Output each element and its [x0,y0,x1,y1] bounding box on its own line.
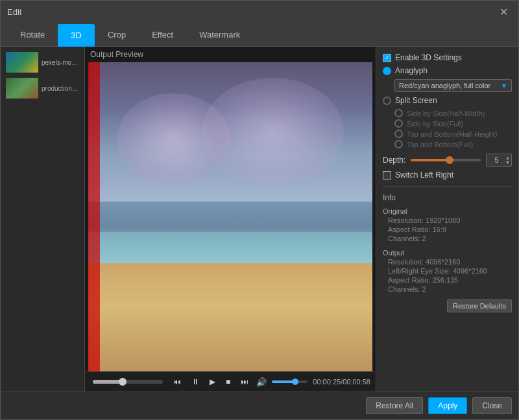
red-side-bar [88,62,100,371]
depth-value: 5 [488,156,505,164]
tab-crop[interactable]: Crop [95,23,139,46]
close-window-button[interactable]: ✕ [496,5,512,19]
window-title: Edit [7,7,21,17]
play-button[interactable]: ▶ [207,376,218,388]
out-resolution: Resolution: 4096*2160 [383,258,512,266]
file-list: pexels-movie... production_id... [1,47,85,391]
split-screen-row: Split Screen [383,96,512,105]
anaglyph-dropdown-row: Red/cyan anaglyph, full color ▼ [394,79,512,92]
video-container [88,62,372,371]
apply-button[interactable]: Apply [428,397,467,414]
file-thumbnail [6,78,38,99]
orig-resolution: Resolution: 1920*1080 [383,216,512,224]
stop-button[interactable]: ■ [223,376,233,388]
edit-window: Edit ✕ Rotate 3D Crop Effect Watermark p… [0,0,519,420]
anaglyph-radio[interactable] [383,67,391,75]
progress-thumb[interactable] [119,378,127,386]
skip-next-button[interactable]: ⏭ [238,376,251,388]
volume-bar[interactable] [272,380,308,383]
depth-slider-fill [411,159,449,161]
side-by-side-half-row: Side by Side(Half-Width) [394,109,512,117]
tab-bar: Rotate 3D Crop Effect Watermark [1,23,518,47]
right-panel: Enable 3D Settings Anaglyph Red/cyan ana… [376,47,518,391]
video-frame [88,62,372,371]
switch-lr-row: Switch Left Right [383,170,512,180]
side-by-side-full-label: Side by Side(Full) [407,120,463,128]
out-aspect: Aspect Ratio: 256:135 [383,276,512,284]
close-button[interactable]: Close [472,397,512,414]
orig-channels: Channels: 2 [383,235,512,242]
spinbox-arrows: ▲ ▼ [505,156,510,165]
enable-3d-checkbox[interactable] [383,54,391,62]
spinbox-down-icon[interactable]: ▼ [505,160,510,165]
skip-back-button[interactable]: ⏮ [171,376,184,388]
anaglyph-selected: Red/cyan anaglyph, full color [399,82,490,89]
depth-spinbox[interactable]: 5 ▲ ▼ [486,154,512,167]
split-screen-label: Split Screen [395,96,437,105]
side-by-side-full-radio[interactable] [394,119,403,128]
original-title: Original [383,207,512,215]
tab-rotate[interactable]: Rotate [7,23,58,46]
playback-controls: ⏮ ⏸ ▶ ■ ⏭ 🔊 00:00:25/00:00:58 [85,371,376,391]
enable-3d-label: Enable 3D Settings [395,53,462,62]
restore-defaults-button[interactable]: Restore Defaults [447,299,512,312]
anaglyph-row: Anaglyph [383,66,512,75]
info-section: Info Original Resolution: 1920*1080 Aspe… [383,193,512,293]
file-name: pexels-movie... [42,59,79,66]
out-eye-size: Left/Right Eye Size: 4096*2160 [383,267,512,275]
divider [383,186,512,187]
info-title: Info [383,193,512,202]
time-display: 00:00:25/00:00:58 [313,378,370,386]
switch-lr-label: Switch Left Right [395,170,453,180]
side-by-side-half-radio[interactable] [394,109,403,117]
top-bottom-half-row: Top and Bottom(Half-Height) [394,130,512,138]
video-area: Output Preview [85,47,376,391]
anaglyph-label: Anaglyph [395,66,428,75]
side-by-side-full-row: Side by Side(Full) [394,119,512,128]
tab-effect[interactable]: Effect [139,23,186,46]
enable-3d-row: Enable 3D Settings [383,53,512,62]
file-thumbnail [6,52,38,73]
main-content: pexels-movie... production_id... Output … [1,47,518,391]
side-by-side-half-label: Side by Side(Half-Width) [407,110,485,117]
tab-watermark[interactable]: Watermark [186,23,253,46]
depth-slider-thumb[interactable] [446,156,453,164]
split-screen-options: Side by Side(Half-Width) Side by Side(Fu… [394,109,512,148]
progress-bar[interactable] [93,380,163,384]
top-bottom-full-radio[interactable] [394,140,403,148]
switch-lr-checkbox[interactable] [383,171,391,180]
volume-thumb[interactable] [292,379,298,385]
dropdown-arrow-icon: ▼ [501,82,507,89]
list-item[interactable]: pexels-movie... [4,50,81,75]
top-bottom-half-label: Top and Bottom(Half-Height) [407,130,497,138]
top-bottom-full-label: Top and Bottom(Full) [407,141,473,148]
spinbox-up-icon[interactable]: ▲ [505,156,510,160]
bottom-bar: Restore All Apply Close [1,391,518,419]
volume-icon: 🔊 [256,377,267,387]
preview-label: Output Preview [85,47,376,62]
top-bottom-half-radio[interactable] [394,130,403,138]
out-channels: Channels: 2 [383,285,512,293]
restore-all-button[interactable]: Restore All [366,397,423,414]
anaglyph-dropdown[interactable]: Red/cyan anaglyph, full color ▼ [394,79,512,92]
title-bar: Edit ✕ [1,1,518,23]
depth-row: Depth: 5 ▲ ▼ [383,154,512,167]
orig-aspect: Aspect Ratio: 16:9 [383,226,512,233]
depth-slider[interactable] [411,155,481,165]
pause-button[interactable]: ⏸ [189,376,202,388]
top-bottom-full-row: Top and Bottom(Full) [394,140,512,148]
depth-slider-track [411,159,481,161]
output-title: Output [383,249,512,257]
split-screen-radio[interactable] [383,97,391,105]
anaglyph-cyan-overlay [90,62,372,371]
file-name: production_id... [42,85,79,92]
list-item[interactable]: production_id... [4,76,81,100]
depth-label: Depth: [383,156,405,165]
tab-3d[interactable]: 3D [58,24,95,47]
